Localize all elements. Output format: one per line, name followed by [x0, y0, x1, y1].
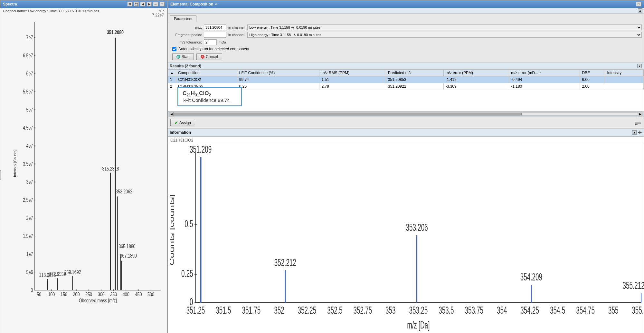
scrollbar-thumb[interactable]	[174, 113, 522, 115]
row1-mzerror-ppm: -1.412	[443, 76, 509, 83]
channel-1-dropdown[interactable]: Low energy : Time 3.1158 +/- 0.0190 minu…	[247, 24, 642, 30]
assign-button[interactable]: ✔ Assign	[170, 119, 195, 126]
grid-icon[interactable]: ⊞	[127, 2, 132, 6]
fragment-peaks-input[interactable]	[204, 32, 226, 38]
svg-text:300: 300	[98, 292, 105, 298]
auto-run-checkbox[interactable]	[172, 47, 176, 51]
col-predicted: Predicted m/z	[386, 70, 443, 76]
scrollbar-track[interactable]	[174, 113, 638, 116]
svg-text:354.209: 354.209	[520, 271, 542, 283]
svg-text:2e7: 2e7	[26, 215, 33, 221]
in-channel-label-2: in channel:	[228, 33, 245, 37]
row2-ifit: 0.25	[237, 83, 319, 90]
svg-text:400: 400	[123, 292, 129, 298]
info-scroll-up[interactable]: ▲	[632, 130, 637, 135]
row1-ifit: 99.74	[237, 76, 319, 83]
elemental-composition-title: Elemental Composition ▼	[170, 2, 218, 6]
svg-text:354: 354	[497, 304, 507, 316]
back-icon[interactable]: ◀	[140, 2, 145, 6]
svg-text:4e7: 4e7	[26, 143, 33, 149]
svg-text:351.2080: 351.2080	[107, 29, 124, 35]
col-intensity: Intensity	[605, 70, 644, 76]
parameters-section: Parameters m/z: in channel: Low energy :…	[168, 14, 644, 63]
intensity-max: 7.22e7	[152, 13, 164, 17]
svg-text:Observed mass [m/z]: Observed mass [m/z]	[79, 298, 117, 304]
row2-index: 2	[168, 83, 176, 90]
params-scroll-up[interactable]: ▲	[638, 8, 642, 13]
svg-text:352.212: 352.212	[274, 256, 296, 268]
col-index: ▲	[168, 70, 176, 76]
svg-text:150: 150	[61, 292, 67, 298]
svg-text:351.25: 351.25	[186, 304, 205, 316]
tooltip-formula: C21H31ClO2	[183, 90, 237, 97]
play-icon: ▶	[176, 55, 180, 59]
svg-text:5.5e7: 5.5e7	[23, 89, 33, 94]
col-mzerror-ppm: m/z error (PPM)	[443, 70, 509, 76]
title-dropdown-arrow[interactable]: ▼	[214, 3, 218, 6]
svg-text:1.5e7: 1.5e7	[23, 233, 33, 239]
svg-text:352.5: 352.5	[327, 304, 342, 316]
table-header-row: ▲ Composition i-FIT Confidence (%) m/z R…	[168, 70, 644, 76]
results-count: Results (2 found)	[170, 64, 201, 68]
svg-text:354.25: 354.25	[520, 304, 539, 316]
col-composition: Composition	[176, 70, 237, 76]
results-header: Results (2 found) ▲	[168, 63, 644, 69]
svg-text:353.206: 353.206	[406, 221, 428, 233]
col-dbe: DBE	[580, 70, 605, 76]
tab-parameters[interactable]: Parameters	[170, 15, 196, 22]
mz-tolerance-input[interactable]	[204, 39, 217, 45]
minimize-icon[interactable]: ─	[153, 2, 158, 6]
save-icon[interactable]: 💾	[134, 2, 139, 6]
spectra-chart: 0 5e6 1e7 1.5e7 2e7 2.5e7 3e7 3.5e7 4e7 …	[21, 17, 162, 317]
start-button[interactable]: ▶ Start	[172, 53, 194, 60]
svg-text:172.9559: 172.9559	[49, 271, 66, 277]
svg-text:Counts [counts]: Counts [counts]	[168, 194, 175, 266]
svg-text:6e7: 6e7	[26, 71, 33, 77]
svg-text:200: 200	[73, 292, 80, 298]
svg-text:450: 450	[135, 292, 142, 298]
svg-text:355.25: 355.25	[632, 304, 644, 316]
mz-tolerance-label: m/z tolerance:	[170, 40, 202, 44]
row1-index: 1	[168, 76, 176, 83]
svg-text:353.2062: 353.2062	[116, 189, 132, 194]
assign-row: ✔ Assign ···	[168, 117, 644, 129]
auto-run-label: Automatically run for selected component	[178, 47, 249, 51]
svg-text:0: 0	[31, 287, 33, 293]
cancel-button[interactable]: ✕ Cancel	[196, 53, 222, 60]
info-chart-svg: 0 0.25 0.5 Counts [counts] 351.25 351.5 …	[168, 144, 644, 333]
resize-handle[interactable]	[0, 170, 1, 180]
svg-text:6.5e7: 6.5e7	[23, 53, 33, 59]
row1-intensity	[605, 76, 644, 83]
forward-icon[interactable]: ▶	[147, 2, 152, 6]
section-resize-handle[interactable]: ···	[635, 122, 641, 124]
svg-text:352.25: 352.25	[298, 304, 317, 316]
svg-text:50: 50	[37, 292, 41, 298]
svg-text:351.75: 351.75	[242, 304, 261, 316]
row2-predicted: 351.20922	[386, 83, 443, 90]
svg-text:250: 250	[85, 292, 92, 298]
scroll-left[interactable]: ◀	[169, 112, 174, 116]
svg-text:3e7: 3e7	[26, 179, 33, 185]
svg-text:353: 353	[385, 304, 395, 316]
information-header: Information ▲ ✛	[168, 129, 644, 137]
spectra-header: Spectra ⊞ 💾 ◀ ▶ ─ □	[0, 0, 167, 8]
channel-2-dropdown[interactable]: High energy : Time 3.1158 +/- 0.0190 min…	[247, 32, 642, 38]
elemental-composition-header: Elemental Composition ▼ □	[168, 0, 644, 8]
information-title: Information	[170, 130, 191, 135]
svg-text:4.5e7: 4.5e7	[23, 125, 33, 131]
svg-text:3.5e7: 3.5e7	[23, 161, 33, 167]
svg-text:367.1890: 367.1890	[120, 253, 137, 259]
table-row[interactable]: 1 C21H31ClO2 99.74 1.51 351.20853 -1.412…	[168, 76, 644, 83]
ec-maximize-icon[interactable]: □	[636, 2, 641, 6]
svg-text:350: 350	[110, 292, 117, 298]
row1-dbe: 6.00	[580, 76, 605, 83]
svg-text:7e7: 7e7	[26, 35, 33, 41]
horizontal-scrollbar: ◀ ▶	[168, 111, 644, 117]
spectra-title: Spectra	[3, 2, 17, 6]
mz-input[interactable]	[204, 24, 226, 30]
svg-text:365.1880: 365.1880	[118, 244, 135, 250]
move-icon[interactable]: ✛	[638, 130, 642, 135]
scroll-right[interactable]: ▶	[638, 112, 642, 116]
maximize-icon[interactable]: □	[159, 2, 165, 6]
results-scroll-up[interactable]: ▲	[637, 64, 642, 68]
